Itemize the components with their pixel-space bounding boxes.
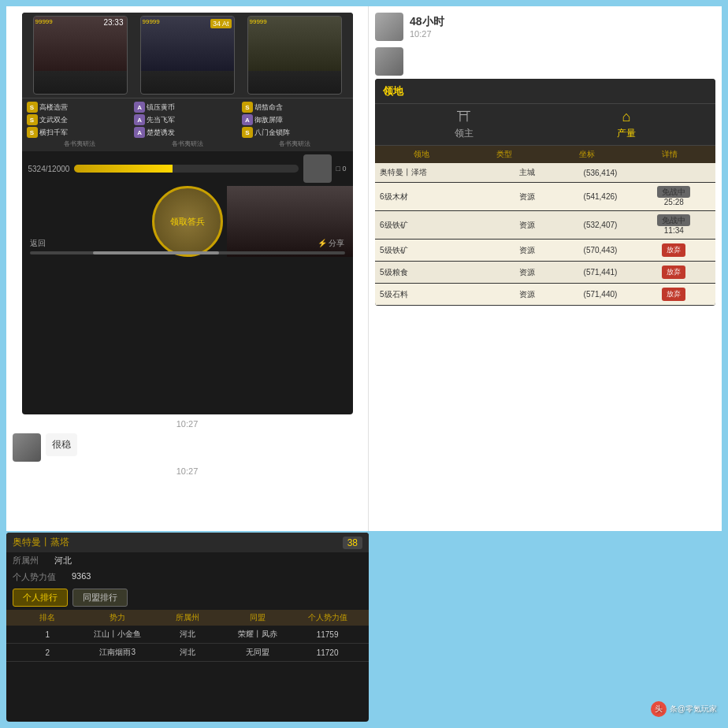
avatar-user: [13, 433, 41, 462]
card-1[interactable]: 23:33 99999: [33, 16, 128, 95]
skill-name-5: 先当飞军: [147, 115, 175, 125]
back-button[interactable]: 返回: [30, 238, 46, 249]
t-name-2: 6级铁矿: [380, 220, 490, 231]
label-state: 所属州: [13, 555, 39, 566]
territory-row-4: 5级粮食 资源 (571,441) 放弃: [375, 262, 715, 284]
general-coin-button[interactable]: 领取 答兵: [152, 186, 223, 257]
user-label-48h: 48小时: [410, 15, 444, 29]
t-name-4: 5级粮食: [380, 267, 490, 278]
territory-row-2: 6级铁矿 资源 (532,407) 免战中 11:34: [375, 211, 715, 240]
tab-production[interactable]: ⌂ 产量: [617, 109, 636, 140]
r1-name: 江山丨小金鱼: [83, 629, 153, 640]
t-action-5[interactable]: 放弃: [637, 288, 711, 301]
level-indicator: □ 0: [336, 165, 347, 173]
t-type-4: 资源: [490, 267, 563, 278]
t-type-1: 资源: [490, 191, 563, 202]
bottom-panel-header: 奥特曼丨蒸塔 38: [6, 533, 369, 552]
t-action-1: 免战中 25:28: [637, 187, 711, 206]
r1-rank: 1: [13, 630, 83, 639]
progress-bar-background: [74, 165, 298, 173]
t-type-2: 资源: [490, 220, 563, 231]
skill-col-1: S 高楼选营 S 文武双全 S 横扫千军 各书夷研法: [27, 102, 133, 148]
skill-name-1: 高楼选营: [39, 102, 68, 113]
t-coords-2: (532,407): [563, 221, 637, 229]
card-3[interactable]: 99999: [247, 16, 342, 95]
r1-state: 河北: [153, 629, 223, 640]
skills-area: S 高楼选营 S 文武双全 S 横扫千军 各书夷研法: [22, 98, 353, 151]
skill-badge-a2: A: [134, 114, 145, 125]
skill-col-2: A 镇压黄币 A 先当飞军 A 楚楚诱发 各书夷研法: [134, 102, 240, 148]
btn-abandon-3[interactable]: 放弃: [662, 243, 685, 257]
rank-tabs: 个人排行 同盟排行: [6, 585, 369, 610]
bottom-info-rows: 所属州 河北: [6, 552, 369, 569]
territory-title: 领地: [383, 85, 403, 97]
skill-badge-s3: S: [27, 127, 38, 138]
t-type-3: 资源: [490, 245, 563, 256]
territory-row-0: 奥特曼丨泽塔 主城 (536,414): [375, 163, 715, 183]
main-container: ··· 23:33 99999 23:33 99999 34 At: [0, 0, 728, 728]
timer-1: 25:28: [637, 198, 711, 206]
territory-table-header: 领地 类型 坐标 详情: [375, 146, 715, 163]
tab-production-label: 产量: [617, 127, 636, 140]
value-state: 河北: [54, 555, 72, 566]
progress-area: 5324/12000 □ 0: [22, 151, 353, 186]
skill-name-4: 镇压黄币: [147, 102, 175, 113]
skill-s4: S 胡笳命含: [242, 102, 348, 113]
t-name-3: 5级铁矿: [380, 245, 490, 256]
rank-row-1: 1 江山丨小金鱼 河北 荣耀丨凤赤 11759: [6, 626, 369, 644]
r2-alliance: 无同盟: [222, 647, 292, 658]
skill-s1: S 高楼选营: [27, 102, 133, 113]
r2-rank: 2: [13, 648, 83, 657]
btn-abandon-4[interactable]: 放弃: [662, 266, 685, 279]
chat-area: ··· 23:33 99999 23:33 99999 34 At: [6, 6, 722, 531]
watermark: 头 条@零氪玩家: [651, 701, 717, 717]
tab-lord-label: 领主: [455, 127, 474, 140]
rank-tab-alliance[interactable]: 同盟排行: [72, 589, 128, 607]
skill-subtext-3: 各书夷研法: [242, 139, 348, 148]
skill-badge-a3: A: [134, 127, 145, 138]
card-2[interactable]: 23:33 99999 34 At: [140, 16, 235, 95]
rank-col-rank: 排名: [13, 612, 83, 623]
t-action-4[interactable]: 放弃: [637, 266, 711, 279]
chat-left-panel: ··· 23:33 99999 23:33 99999 34 At: [6, 6, 369, 531]
skill-name-3: 横扫千军: [39, 128, 68, 138]
share-button[interactable]: ⚡ 分享: [318, 238, 345, 249]
skill-badge-s4: S: [242, 102, 253, 113]
skill-badge-a1: A: [134, 102, 145, 113]
rank-tab-personal[interactable]: 个人排行: [13, 589, 68, 607]
tab-production-icon: ⌂: [622, 109, 631, 125]
rank-col-alliance: 同盟: [222, 612, 292, 623]
btn-peacetime-2: 免战中: [657, 214, 690, 226]
skill-subtext-1: 各书夷研法: [27, 139, 133, 148]
card-row: 23:33 99999 23:33 99999 34 At 99999: [22, 13, 353, 98]
message-row: 很稳: [13, 433, 362, 462]
btn-abandon-5[interactable]: 放弃: [662, 288, 685, 301]
t-action-2: 免战中 11:34: [637, 215, 711, 235]
bottom-game-panel: 奥特曼丨蒸塔 38 所属州 河北 个人势力值 9363 个人排行 同盟排行 排名…: [6, 533, 369, 722]
bottom-panel-title: 奥特曼丨蒸塔: [13, 536, 69, 549]
t-type-5: 资源: [490, 289, 563, 300]
t-coords-5: (571,440): [563, 290, 637, 299]
r2-power: 11720: [292, 648, 362, 657]
coin-text-1: 领取: [170, 216, 188, 227]
skill-subtext-2: 各书夷研法: [134, 139, 240, 148]
card-1-timer: 23:33: [103, 18, 123, 27]
rank-col-state: 所属州: [153, 612, 223, 623]
skill-s5: S 八门金锁阵: [242, 127, 348, 138]
timestamp-2: 10:27: [13, 466, 362, 476]
scroll-bar[interactable]: [30, 251, 345, 254]
t-action-3[interactable]: 放弃: [637, 243, 711, 257]
skill-a4: A 御敌屏障: [242, 114, 348, 125]
r1-power: 11759: [292, 630, 362, 639]
skill-name-7: 胡笳命含: [254, 102, 283, 113]
bottom-panel-level: 38: [343, 537, 362, 549]
rank-row-2: 2 江南烟雨3 河北 无同盟 11720: [6, 644, 369, 662]
skill-badge-a4: A: [242, 114, 253, 125]
rank-table-header: 排名 势力 所属州 同盟 个人势力值: [6, 610, 369, 626]
territory-tabs: ⛩ 领主 ⌂ 产量: [375, 104, 715, 146]
tab-lord[interactable]: ⛩ 领主: [455, 109, 474, 140]
label-power: 个人势力值: [13, 571, 56, 583]
t-name-5: 5级石料: [380, 289, 490, 300]
message-text: 很稳: [52, 439, 71, 450]
col-detail: 详情: [628, 149, 711, 160]
